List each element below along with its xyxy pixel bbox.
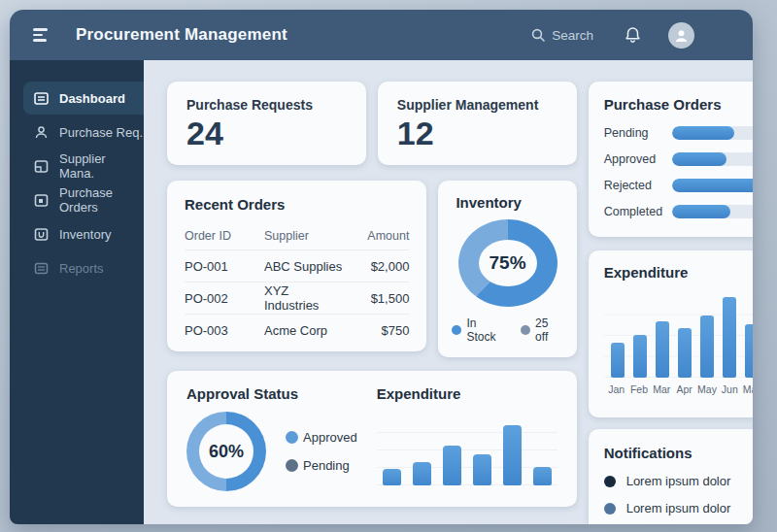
po-bar-label: Completed — [604, 205, 664, 218]
notification-dot — [604, 476, 616, 487]
top-header: Procurement Management Search — [10, 10, 753, 60]
legend-item-pending: Pending — [286, 458, 357, 473]
bar-column — [742, 324, 753, 378]
table-cell: $1,500 — [345, 291, 409, 306]
sidebar-item-label: Dashboard — [59, 91, 125, 106]
search-button[interactable]: Search — [531, 28, 593, 43]
bar-column — [697, 316, 717, 378]
x-axis-label: Feb — [628, 383, 650, 395]
notification-text: Lorem ipsum dolor — [626, 501, 731, 515]
sidebar-item-supplier-mana[interactable]: Supplier Mana. — [23, 150, 144, 183]
card-title: Recent Orders — [185, 196, 409, 213]
notifications-card: Notifications Lorem ipsum dolorLorem ips… — [589, 429, 753, 524]
notification-item[interactable]: Lorem ipsum dolor — [604, 474, 753, 488]
table-row[interactable]: PO-003Acme Corp$750 — [185, 314, 409, 346]
legend-dot — [286, 431, 298, 444]
notifications-list: Lorem ipsum dolorLorem ipsum dolorLorem … — [604, 474, 753, 524]
recent-orders-card: Recent Orders Order IDSupplierAmountPO-0… — [167, 181, 426, 351]
po-bar-row-pending: Pending — [604, 126, 753, 140]
progress-fill — [672, 179, 753, 192]
recent-orders-table: Order IDSupplierAmountPO-001ABC Supplies… — [185, 222, 409, 346]
expenditure-mini-section: Expenditure — [377, 385, 557, 492]
table-cell: PO-002 — [185, 291, 264, 306]
table-cell: PO-001 — [185, 259, 264, 274]
sidebar-item-inventory[interactable]: Inventory — [23, 217, 144, 250]
po-bar-row-completed: Completed — [604, 205, 753, 218]
card-title: Inventory — [456, 194, 522, 211]
table-cell: $2,000 — [345, 259, 409, 274]
notification-dot — [604, 503, 616, 515]
sidebar-item-purchase-req[interactable]: Purchase Req. — [23, 116, 144, 149]
legend-dot — [286, 459, 298, 472]
donut-center-label: 75% — [479, 240, 537, 286]
bar — [633, 335, 647, 378]
card-title: Expenditure — [377, 385, 557, 402]
bar-column — [608, 343, 627, 378]
table-row[interactable]: PO-002XYZ Industries$1,500 — [185, 282, 409, 314]
bar — [383, 469, 401, 485]
bar — [473, 454, 491, 485]
bar — [611, 343, 625, 378]
expenditure-card: Expenditure JanFebMarAprMayJunMay — [589, 250, 753, 417]
search-label: Search — [552, 28, 593, 43]
legend-dot — [452, 325, 461, 335]
approval-section: Approval Status 60% ApprovedPending — [186, 385, 357, 492]
search-icon — [531, 28, 545, 42]
bar — [503, 425, 522, 485]
table-row[interactable]: PO-001ABC Supplies$2,000 — [185, 249, 409, 282]
x-axis-label: May — [742, 383, 753, 395]
sidebar-item-label: Inventory — [59, 227, 111, 242]
user-avatar[interactable] — [668, 22, 694, 49]
card-title: Approval Status — [186, 385, 357, 402]
menu-icon[interactable] — [33, 28, 51, 41]
legend-item-approved: Approved — [286, 430, 357, 445]
bar-column — [720, 297, 739, 378]
x-axis-label: Jun — [719, 383, 740, 395]
column-header: Order ID — [185, 229, 264, 243]
app-window: Procurement Management Search DashboardP… — [10, 10, 753, 524]
legend-label: Approved — [303, 430, 357, 445]
supplier-icon — [34, 159, 49, 174]
inventory-donut-chart: 75% — [458, 219, 557, 307]
sidebar-nav: DashboardPurchase Req.Supplier Mana.Purc… — [10, 60, 144, 524]
bar-column — [675, 328, 694, 378]
legend-item-in-stock: In Stock — [452, 316, 507, 344]
sidebar-item-label: Purchase Orders — [59, 185, 144, 215]
bar — [656, 321, 669, 378]
supplier-management-card[interactable]: Supplier Management 12 — [378, 82, 577, 165]
po-bar-label: Rejected — [604, 179, 664, 192]
sidebar-item-dashboard[interactable]: Dashboard — [23, 82, 144, 115]
sidebar-item-reports[interactable]: Reports — [23, 251, 144, 284]
legend-item-25-off: 25 off — [521, 316, 563, 344]
user-icon — [34, 125, 49, 140]
x-axis-label: Mar — [651, 383, 672, 395]
column-header: Supplier — [264, 229, 345, 243]
sidebar-item-purchase-orders[interactable]: Purchase Orders — [23, 183, 144, 216]
legend-label: 25 off — [535, 316, 563, 344]
progress-track — [672, 126, 753, 140]
legend-label: Pending — [303, 458, 350, 473]
purchase-requests-card[interactable]: Purchase Requests 24 — [167, 82, 366, 165]
table-cell: Acme Corp — [264, 323, 345, 338]
notifications-bell-icon[interactable] — [625, 26, 641, 44]
bar — [723, 297, 736, 378]
card-title: Supplier Management — [397, 97, 557, 113]
x-axis-label: Apr — [674, 383, 695, 395]
sidebar-item-label: Reports — [59, 261, 104, 276]
card-title: Notifications — [604, 445, 753, 461]
stat-value: 24 — [186, 116, 347, 150]
table-header-row: Order IDSupplierAmount — [185, 222, 409, 249]
x-axis-label: May — [696, 383, 718, 395]
legend-label: In Stock — [466, 316, 507, 344]
progress-fill — [672, 152, 727, 166]
po-bar-label: Pending — [604, 126, 664, 140]
inventory-legend: In Stock25 off — [452, 316, 562, 344]
sidebar-item-label: Supplier Mana. — [59, 151, 144, 181]
card-title: Purchase Orders — [604, 96, 753, 113]
column-header: Amount — [345, 229, 409, 243]
progress-fill — [672, 126, 734, 140]
notification-item[interactable]: Lorem ipsum dolor — [604, 501, 753, 515]
stat-value: 12 — [397, 116, 557, 150]
app-title: Procurement Management — [76, 25, 287, 45]
po-bar-label: Approved — [604, 152, 664, 166]
